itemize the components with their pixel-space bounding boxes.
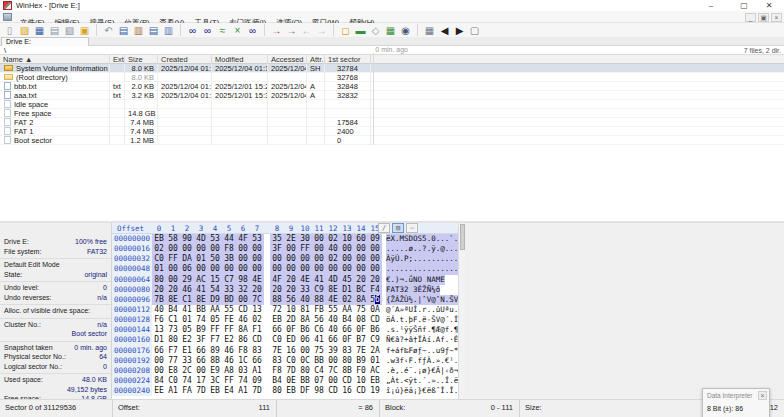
file-row-free-space[interactable]: Free space14.8 GB — [0, 109, 784, 118]
hex-byte[interactable]: A1 — [166, 386, 180, 396]
hex-byte[interactable]: CD — [340, 376, 354, 386]
file-row-bbb-txt[interactable]: bbb.txttxt2.0 KB2025/12/04 01:1...2025/1… — [0, 82, 784, 91]
hex-byte[interactable]: 73 — [166, 325, 180, 335]
hex-byte[interactable]: BC — [354, 285, 368, 295]
hex-byte[interactable]: 00 — [298, 264, 312, 274]
hex-byte[interactable]: 00 — [312, 244, 326, 254]
hex-byte[interactable]: 33 — [180, 356, 194, 366]
hex-byte[interactable]: FE — [222, 315, 236, 325]
hex-byte[interactable]: 00 — [354, 254, 368, 264]
hex-byte[interactable]: 7C — [326, 366, 340, 376]
hex-byte[interactable]: 0F — [284, 325, 298, 335]
hex-byte[interactable]: 3C — [208, 376, 222, 386]
hex-byte[interactable]: 20 — [284, 285, 298, 295]
hex-byte[interactable]: AA — [340, 305, 354, 315]
hex-byte[interactable]: 66 — [194, 346, 208, 356]
file-row-idle-space[interactable]: Idle space — [0, 100, 784, 109]
hex-byte[interactable]: 00 — [152, 366, 166, 376]
hex-byte[interactable]: 58 — [166, 234, 180, 244]
hex-byte[interactable]: 45 — [340, 275, 354, 285]
hex-byte[interactable]: 30 — [298, 234, 312, 244]
hex-byte[interactable]: 32 — [236, 285, 250, 295]
hex-byte[interactable]: 2E — [284, 234, 298, 244]
hex-byte[interactable]: 80 — [270, 386, 284, 396]
hex-byte[interactable]: 00 — [208, 244, 222, 254]
mdi-minimize-button[interactable]: _ — [745, 13, 756, 22]
hex-byte[interactable]: E2 — [222, 335, 236, 345]
hex-byte[interactable]: 72 — [270, 305, 284, 315]
hex-byte[interactable]: C9 — [312, 285, 326, 295]
char-set-icon[interactable]: ▨ — [392, 223, 404, 233]
hex-ascii[interactable]: „Àt.<ÿt.´.»..Í.ë — [386, 376, 458, 386]
hex-byte[interactable]: FA — [180, 386, 194, 396]
hex-ascii[interactable]: ÀÿÚ.P;.......... — [386, 254, 458, 264]
find-icon[interactable]: ∞ — [186, 24, 200, 37]
hex-byte[interactable]: B4 — [166, 305, 180, 315]
hex-byte[interactable]: 40 — [326, 244, 340, 254]
hex-byte[interactable]: 2C — [180, 366, 194, 376]
hex-byte[interactable]: 00 — [270, 254, 284, 264]
hex-byte[interactable]: 0E — [284, 376, 298, 386]
hex-byte[interactable]: 41 — [194, 285, 208, 295]
hex-byte[interactable]: FF — [222, 325, 236, 335]
undo-icon[interactable]: ↶ — [102, 24, 116, 37]
hex-byte[interactable]: 8E — [166, 295, 180, 305]
hex-ascii[interactable]: .....ø..?.ÿ.@... — [386, 244, 458, 254]
hex-byte[interactable]: D1 — [152, 335, 166, 345]
hex-byte[interactable]: 39 — [326, 346, 340, 356]
hex-byte[interactable]: E1 — [180, 346, 194, 356]
hex-byte[interactable]: 06 — [180, 264, 194, 274]
file-row-fat-2[interactable]: FAT 27.4 MB17584 — [0, 118, 784, 127]
hex-byte[interactable]: 33 — [298, 285, 312, 295]
hex-byte[interactable]: 17 — [194, 376, 208, 386]
hex-byte[interactable]: 66 — [250, 356, 264, 366]
data-interpreter-close-icon[interactable]: × — [758, 391, 767, 400]
hex-byte[interactable]: 20 — [250, 285, 264, 295]
hex-byte[interactable]: 00 — [250, 254, 264, 264]
hex-byte[interactable]: 7E — [270, 346, 284, 356]
file-row-fat-1[interactable]: FAT 17.4 MB2400 — [0, 127, 784, 136]
hex-ascii[interactable]: öÁ.t.þF.ë-ŠV@´.Í — [386, 315, 458, 325]
hex-byte[interactable]: 83 — [270, 356, 284, 366]
hex-byte[interactable]: 00 — [166, 264, 180, 274]
hex-byte[interactable]: CD — [368, 315, 382, 325]
hex-byte[interactable]: C6 — [312, 325, 326, 335]
hex-byte[interactable]: 8B — [340, 366, 354, 376]
hex-byte[interactable]: 2D — [284, 315, 298, 325]
hex-byte[interactable]: FF — [222, 376, 236, 386]
hex-byte[interactable]: 09 — [250, 376, 264, 386]
hex-byte[interactable]: 80 — [340, 356, 354, 366]
hex-byte[interactable]: C0 — [284, 356, 298, 366]
hex-byte[interactable]: 46 — [180, 285, 194, 295]
hex-byte[interactable]: 20 — [270, 285, 284, 295]
prev-window-icon[interactable]: ◀ — [438, 24, 452, 37]
hex-ascii[interactable]: .s.¹ÿÿŠñf.¶Æ@f.¶ — [386, 325, 458, 335]
hex-byte[interactable]: F6 — [152, 315, 166, 325]
hex-byte[interactable]: 98 — [312, 386, 326, 396]
hex-byte[interactable]: 41 — [312, 335, 326, 345]
hex-byte[interactable]: 00 — [368, 244, 382, 254]
tile-windows-icon[interactable]: ▦ — [423, 24, 437, 37]
hex-byte[interactable]: 00 — [312, 254, 326, 264]
hex-ascii[interactable]: FAT32 3ÉŽÑ¼ô — [386, 285, 440, 295]
hex-byte[interactable]: 00 — [236, 264, 250, 274]
hex-byte[interactable]: 00 — [208, 264, 222, 274]
hex-byte[interactable]: 8B — [208, 356, 222, 366]
hex-byte[interactable]: 08 — [354, 315, 368, 325]
hex-byte[interactable]: C1 — [180, 295, 194, 305]
hex-byte[interactable]: 4E — [250, 275, 264, 285]
hex-byte[interactable]: 90 — [180, 234, 194, 244]
hex-scrollbar[interactable] — [458, 223, 465, 399]
back-icon[interactable]: ← — [300, 24, 314, 37]
hex-byte[interactable]: 40 — [326, 315, 340, 325]
hex-byte[interactable]: 03 — [236, 366, 250, 376]
hex-byte[interactable]: 55 — [222, 305, 236, 315]
hex-byte[interactable]: DA — [180, 254, 194, 264]
collapse-icon[interactable]: – — [406, 223, 418, 233]
hex-byte[interactable]: F8 — [222, 244, 236, 254]
hex-ascii[interactable]: ................ — [386, 264, 458, 274]
browse-folder-icon[interactable]: ▣ — [78, 24, 92, 37]
paste-icon[interactable]: ▥ — [132, 24, 146, 37]
tab-drive-e[interactable]: Drive E: — [1, 37, 89, 46]
copy-icon[interactable]: ▤ — [117, 24, 131, 37]
